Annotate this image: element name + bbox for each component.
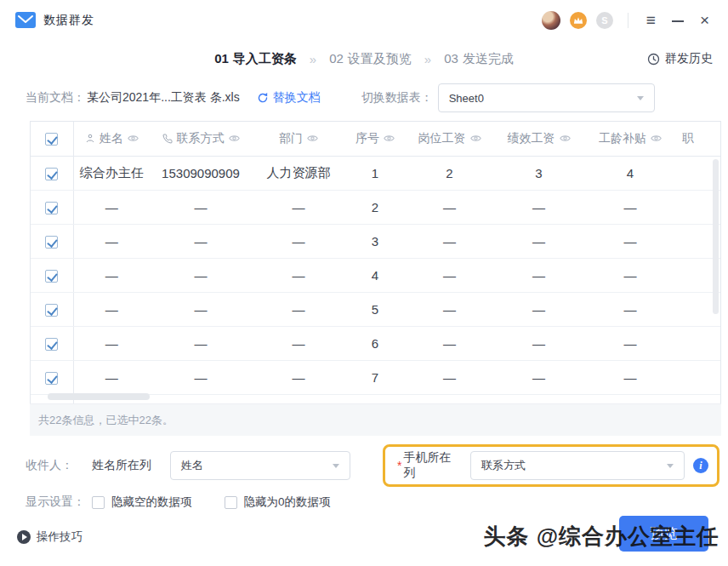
table-header-row: 姓名 联系方式 部门 序号 岗位工资 绩效工资 工龄补贴 职 [31, 122, 720, 156]
cell-phone: — [150, 326, 252, 360]
cell-name: — [73, 360, 150, 394]
cell-base: — [405, 292, 494, 326]
table-row: 综合办主任 15309090909 人力资源部 1 2 3 4 [31, 156, 720, 190]
refresh-icon [257, 92, 269, 104]
cell-seq: 2 [345, 190, 405, 224]
clock-icon [647, 53, 660, 66]
salary-table-block: 姓名 联系方式 部门 序号 岗位工资 绩效工资 工龄补贴 职 [30, 121, 721, 436]
play-icon [17, 530, 31, 544]
phone-icon [162, 134, 173, 144]
cell-dept: — [252, 190, 345, 224]
cell-perf: 3 [494, 156, 583, 190]
app-window: 数据群发 S ≡ × 01导入工资条 » 02设置及预览 » [0, 0, 728, 566]
document-bar: 当前文档： 某公司2021年...工资表 条.xls 替换文档 切换数据表： S… [26, 82, 702, 114]
row-checkbox[interactable] [45, 270, 58, 283]
cell-seniority: 4 [583, 156, 677, 190]
cell-seniority: — [583, 190, 677, 224]
visibility-eye-icon[interactable] [128, 133, 139, 144]
cell-seq: 3 [345, 224, 405, 258]
cell-seq: 1 [345, 156, 405, 190]
cell-seq: 7 [345, 360, 405, 394]
replace-doc-link[interactable]: 替换文档 [257, 90, 321, 106]
row-checkbox[interactable] [45, 236, 58, 249]
table-row: — — — 4 — — — [31, 258, 720, 292]
cell-dept: — [252, 258, 345, 292]
cell-dept: 人力资源部 [252, 156, 345, 190]
cell-name: — [73, 326, 150, 360]
phone-column-select[interactable]: 联系方式 [470, 451, 685, 480]
visibility-eye-icon[interactable] [384, 133, 395, 144]
cell-perf: — [494, 292, 583, 326]
row-checkbox[interactable] [45, 202, 58, 214]
cell-base: — [405, 224, 494, 258]
step-2-settings: 02设置及预览 [329, 51, 412, 67]
horizontal-scrollbar[interactable] [48, 393, 150, 400]
cell-base: — [405, 360, 494, 394]
cell-dept: — [252, 292, 345, 326]
step-bar: 01导入工资条 » 02设置及预览 » 03发送完成 群发历史 [0, 40, 728, 77]
info-icon[interactable] [693, 458, 708, 473]
visibility-eye-icon[interactable] [229, 133, 240, 144]
row-checkbox[interactable] [45, 304, 58, 317]
minimize-icon[interactable] [668, 12, 687, 29]
phone-column-label: 手机所在列 [403, 450, 462, 481]
vip-crown-icon[interactable] [570, 12, 587, 29]
app-title: 数据群发 [43, 13, 94, 28]
row-checkbox[interactable] [45, 338, 58, 351]
cell-phone: — [150, 190, 252, 224]
cell-phone: — [150, 258, 252, 292]
table-row: — — — 7 — — — [31, 360, 720, 394]
cell-seniority: — [583, 224, 677, 258]
cell-seq: 6 [345, 326, 405, 360]
row-checkbox[interactable] [45, 372, 58, 385]
sheet-select[interactable]: Sheet0 [438, 83, 655, 112]
cell-seq: 4 [345, 258, 405, 292]
step-chevron-icon: » [424, 52, 431, 66]
recipient-bar: 收件人： 姓名所在列 姓名 * 手机所在列 联系方式 [26, 444, 719, 487]
menu-icon[interactable]: ≡ [643, 12, 659, 28]
cell-name: — [73, 224, 150, 258]
visibility-eye-icon[interactable] [307, 133, 318, 144]
vertical-scrollbar[interactable] [713, 159, 719, 314]
cell-name: — [73, 292, 150, 326]
switch-sheet-label: 切换数据表： [361, 90, 433, 106]
hide-empty-checkbox[interactable] [92, 496, 105, 509]
table-row: — — — 3 — — — [31, 224, 720, 258]
cell-perf: — [494, 360, 583, 394]
cell-seniority: — [583, 326, 677, 360]
cell-dept: — [252, 224, 345, 258]
visibility-eye-icon[interactable] [470, 133, 481, 144]
cell-base: — [405, 258, 494, 292]
visibility-eye-icon[interactable] [560, 133, 571, 144]
selection-summary: 共22条信息，已选中22条。 [30, 403, 721, 436]
s-badge-icon[interactable]: S [596, 12, 613, 29]
cell-dept: — [252, 326, 345, 360]
chevron-down-icon [333, 464, 339, 468]
phone-column-highlight-box: * 手机所在列 联系方式 [383, 444, 719, 487]
user-avatar[interactable] [542, 11, 560, 30]
cell-perf: — [494, 258, 583, 292]
tips-button[interactable]: 操作技巧 [17, 529, 82, 545]
titlebar-divider [628, 13, 628, 28]
close-icon[interactable]: × [697, 12, 713, 28]
current-doc-filename: 某公司2021年...工资表 条.xls [87, 90, 240, 106]
select-all-checkbox[interactable] [45, 133, 58, 146]
chevron-down-icon [667, 464, 674, 468]
cell-perf: — [494, 190, 583, 224]
step-3-done: 03发送完成 [444, 51, 514, 67]
visibility-eye-icon[interactable] [651, 133, 662, 144]
send-history-button[interactable]: 群发历史 [647, 40, 713, 77]
table-row: — — — 5 — — — [31, 292, 720, 326]
table-row: — — — 6 — — — [31, 326, 720, 360]
hide-zero-checkbox[interactable] [225, 496, 237, 509]
row-checkbox[interactable] [45, 168, 58, 180]
app-logo-envelope-icon [15, 12, 36, 28]
recipient-label: 收件人： [26, 458, 73, 473]
titlebar: 数据群发 S ≡ × [0, 0, 728, 40]
hide-empty-label: 隐藏空的数据项 [111, 495, 192, 510]
cell-perf: — [494, 326, 583, 360]
chevron-down-icon [637, 96, 644, 100]
cell-seq: 5 [345, 292, 405, 326]
name-column-select[interactable]: 姓名 [170, 451, 350, 480]
step-chevron-icon: » [310, 52, 316, 66]
